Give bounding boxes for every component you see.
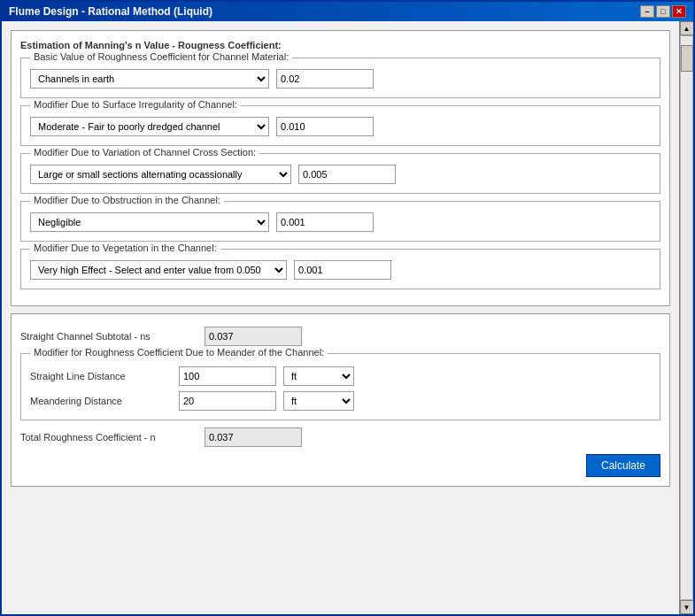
- minimize-button[interactable]: –: [640, 5, 654, 18]
- straight-distance-row: Straight Line Distance ft m: [30, 366, 651, 386]
- calculate-button[interactable]: Calculate: [586, 454, 660, 477]
- close-button[interactable]: ✕: [672, 5, 686, 18]
- main-group: Estimation of Manning's n Value - Rougne…: [11, 30, 670, 306]
- group-cross-section: Modifier Due to Variation of Channel Cro…: [20, 153, 660, 194]
- bottom-section: Straight Channel Subtotal - ns Modifier …: [11, 313, 670, 487]
- scroll-up-button[interactable]: ▲: [680, 21, 694, 35]
- window-body: Estimation of Manning's n Value - Rougne…: [2, 21, 693, 614]
- scroll-down-button[interactable]: ▼: [680, 600, 694, 614]
- group2-legend: Modifier Due to Surface Irregularity of …: [30, 99, 241, 110]
- channel-material-select[interactable]: Channels in earth Rock cuts Fine gravel …: [30, 69, 269, 89]
- straight-distance-label: Straight Line Distance: [30, 371, 172, 381]
- window-title: Flume Design - Rational Method (Liquid): [9, 5, 212, 18]
- group4-legend: Modifier Due to Obstruction in the Chann…: [30, 195, 224, 205]
- total-row: Total Roughness Coefficient - n: [20, 427, 660, 447]
- group1-legend: Basic Value of Roughness Coefficient for…: [30, 51, 292, 62]
- scroll-thumb[interactable]: [681, 45, 693, 72]
- group-obstruction: Modifier Due to Obstruction in the Chann…: [20, 201, 660, 242]
- main-window: Flume Design - Rational Method (Liquid) …: [0, 0, 695, 616]
- obstruction-value[interactable]: [276, 212, 374, 232]
- total-value: [205, 427, 302, 447]
- meandering-distance-label: Meandering Distance: [30, 396, 172, 406]
- scroll-track[interactable]: [680, 35, 693, 600]
- title-bar-buttons: – □ ✕: [640, 5, 686, 18]
- meandering-distance-value[interactable]: [179, 391, 276, 411]
- meander-group: Modifier for Roughness Coefficient Due t…: [20, 353, 660, 420]
- group3-row: Large or small sections alternating ocas…: [30, 165, 651, 184]
- subtotal-value: [205, 327, 302, 346]
- meandering-distance-row: Meandering Distance ft m: [30, 391, 651, 411]
- scrollbar: ▲ ▼: [679, 21, 693, 614]
- group4-row: Negligible Minor Appreciable Severe: [30, 212, 651, 232]
- group-surface-irregularity: Modifier Due to Surface Irregularity of …: [20, 105, 660, 146]
- cross-section-select[interactable]: Large or small sections alternating ocas…: [30, 165, 291, 184]
- title-bar: Flume Design - Rational Method (Liquid) …: [2, 2, 693, 21]
- surface-irregularity-value[interactable]: [276, 117, 374, 136]
- straight-distance-value[interactable]: [179, 366, 276, 386]
- restore-button[interactable]: □: [656, 5, 670, 18]
- group1-row: Channels in earth Rock cuts Fine gravel …: [30, 69, 651, 89]
- group5-legend: Modifier Due to Vegetation in the Channe…: [30, 243, 220, 253]
- content-area: Estimation of Manning's n Value - Rougne…: [2, 21, 679, 614]
- meander-group-legend: Modifier for Roughness Coefficient Due t…: [30, 347, 328, 358]
- straight-distance-unit[interactable]: ft m: [283, 366, 354, 386]
- group3-legend: Modifier Due to Variation of Channel Cro…: [30, 147, 259, 158]
- total-label: Total Roughness Coefficient - n: [20, 432, 197, 443]
- group2-row: Moderate - Fair to poorly dredged channe…: [30, 117, 651, 136]
- subtotal-label: Straight Channel Subtotal - ns: [20, 331, 197, 342]
- cross-section-value[interactable]: [298, 165, 396, 184]
- meandering-distance-unit[interactable]: ft m: [283, 391, 354, 411]
- subtotal-row: Straight Channel Subtotal - ns: [20, 323, 660, 350]
- vegetation-value[interactable]: [294, 260, 391, 280]
- group-channel-material: Basic Value of Roughness Coefficient for…: [20, 58, 660, 98]
- channel-material-value[interactable]: [276, 69, 374, 89]
- surface-irregularity-select[interactable]: Moderate - Fair to poorly dredged channe…: [30, 117, 269, 136]
- group5-row: Very high Effect - Select and enter valu…: [30, 260, 651, 280]
- vegetation-select[interactable]: Very high Effect - Select and enter valu…: [30, 260, 287, 280]
- group-vegetation: Modifier Due to Vegetation in the Channe…: [20, 249, 660, 289]
- main-group-label: Estimation of Manning's n Value - Rougne…: [20, 40, 660, 50]
- obstruction-select[interactable]: Negligible Minor Appreciable Severe: [30, 212, 269, 232]
